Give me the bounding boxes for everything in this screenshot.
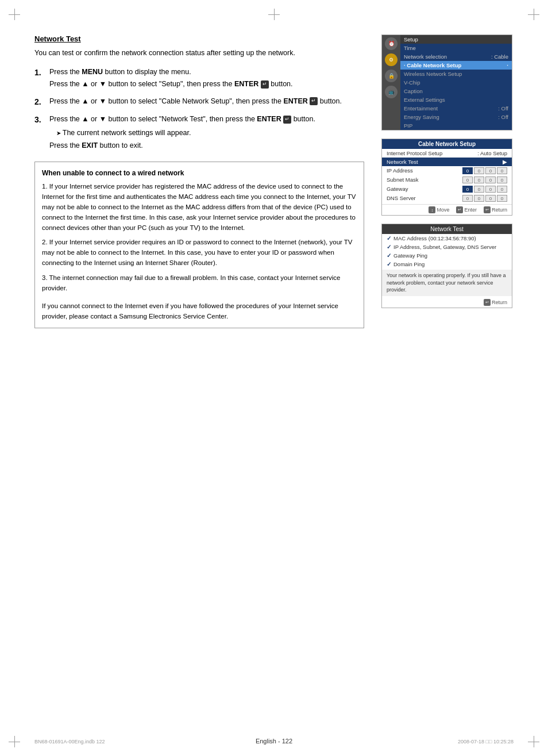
step-2-content: Press the ▲ or ▼ button to select "Cable… (49, 96, 364, 109)
lock-icon: 🔒 (385, 70, 398, 82)
cable-row-dns: DNS Server 0 0 0 0 (382, 194, 512, 203)
network-test-item-2: ✓ IP Address, Subnet, Gateway, DNS Serve… (382, 243, 512, 251)
return-btn: ↩ Return (484, 206, 507, 213)
setup-menu-items: Setup Time Network selection : Cable · C… (400, 35, 512, 130)
step-1-content: Press the MENU button to display the men… (49, 67, 364, 90)
return-icon: ↩ (484, 206, 491, 213)
setup-sidebar: ⏰ ⚙ 🔒 📺 (382, 35, 400, 130)
gateway-box-4: 0 (497, 186, 507, 193)
menu-item-caption: Caption (400, 87, 512, 95)
subnet-box-3: 0 (485, 176, 496, 183)
step-1-number: 1. (34, 67, 45, 90)
setup-menu-header: Setup (400, 35, 512, 44)
cable-panel-footer: ↕ Move ↵ Enter ↩ Return (382, 204, 512, 215)
setup-menu-panel: ⏰ ⚙ 🔒 📺 Setup Time Network select (381, 34, 512, 131)
menu-item-network-selection: Network selection : Cable (400, 52, 512, 61)
gateway-box-3: 0 (485, 186, 496, 193)
screen-icon: 📺 (385, 86, 398, 98)
cable-network-panel: Cable Network Setup Internet Protocol Se… (381, 139, 512, 216)
enter-btn: ↵ Enter (456, 206, 477, 213)
right-content: ⏰ ⚙ 🔒 📺 Setup Time Network select (381, 34, 514, 328)
footer-left: BN68-01691A-00Eng.indb 122 (34, 739, 105, 745)
nt-return-icon: ↩ (484, 299, 491, 306)
clock-icon: ⏰ (385, 37, 398, 50)
subnet-box-4: 0 (497, 176, 507, 183)
cable-row-subnet: Subnet Mask 0 0 0 0 (382, 175, 512, 185)
subnet-box-1: 0 (462, 176, 473, 183)
cable-panel-title: Cable Network Setup (382, 139, 512, 149)
page: Network Test You can test or confirm the… (0, 0, 548, 756)
dns-box-4: 0 (497, 195, 507, 202)
dns-box-2: 0 (474, 195, 484, 202)
ip-box-3: 0 (485, 167, 496, 174)
step-3-content: Press the ▲ or ▼ button to select "Netwo… (49, 114, 364, 151)
intro-text: You can test or confirm the network conn… (34, 48, 364, 59)
network-test-item-3: ✓ Gateway Ping (382, 251, 512, 260)
warning-item-2: 2. If your Internet service provider req… (42, 237, 357, 268)
cable-row-gateway: Gateway 0 0 0 0 (382, 185, 512, 194)
ip-address-boxes: 0 0 0 0 (462, 167, 507, 174)
move-icon: ↕ (429, 206, 435, 213)
check-icon-2: ✓ (387, 244, 391, 250)
dns-box-1: 0 (462, 195, 473, 202)
enter-icon-3: ↵ (283, 116, 291, 124)
content-area: Network Test You can test or confirm the… (34, 34, 514, 328)
network-test-title: Network Test (382, 224, 512, 234)
menu-item-entertainment: Entertainment : Off (400, 104, 512, 113)
dns-box-3: 0 (485, 195, 496, 202)
enter-icon-2: ↵ (310, 97, 318, 105)
menu-item-vchip: V-Chip (400, 78, 512, 87)
corner-mark-tl (9, 9, 20, 20)
cable-row-protocol: Internet Protocol Setup : Auto Setup (382, 149, 512, 158)
cable-row-ip: IP Address 0 0 0 0 (382, 166, 512, 175)
left-content: Network Test You can test or confirm the… (34, 34, 370, 328)
nt-return-btn: ↩ Return (484, 299, 507, 306)
menu-item-time: Time (400, 44, 512, 52)
subnet-box-2: 0 (474, 176, 484, 183)
menu-item-energy: Energy Saving : Off (400, 113, 512, 121)
cable-row-network-test: Network Test ▶ (382, 158, 512, 166)
warning-item-last: If you cannot connect to the Internet ev… (42, 298, 357, 322)
footer-right: 2008-07-18 □□ 10:25:28 (458, 739, 514, 745)
step-1: 1. Press the MENU button to display the … (34, 67, 364, 90)
menu-item-external: External Settings (400, 95, 512, 104)
network-test-footer: ↩ Return (382, 297, 512, 308)
warning-item-3: 3. The internet connection may fail due … (42, 273, 357, 294)
step-3-main: Press the ▲ or ▼ button to select "Netwo… (49, 114, 364, 125)
step-3-note2: Press the EXIT button to exit. (49, 140, 364, 151)
enter-footer-icon: ↵ (456, 206, 463, 213)
warning-box: When unable to connect to a wired networ… (34, 162, 364, 328)
enter-icon-1: ↵ (261, 80, 269, 89)
menu-item-wireless: Wireless Network Setup (400, 70, 512, 78)
subnet-boxes: 0 0 0 0 (462, 176, 507, 183)
network-test-message: Your network is operating properly. If y… (382, 270, 512, 296)
gateway-boxes: 0 0 0 0 (462, 186, 507, 193)
step-3: 3. Press the ▲ or ▼ button to select "Ne… (34, 114, 364, 151)
footer-center: English - 122 (256, 738, 292, 745)
network-test-panel: Network Test ✓ MAC Address (00:12:34:56:… (381, 224, 512, 308)
step-3-number: 3. (34, 114, 45, 151)
check-icon-4: ✓ (387, 261, 391, 267)
center-mark-top (268, 9, 280, 20)
check-icon-1: ✓ (387, 235, 391, 241)
section-title: Network Test (34, 34, 364, 43)
ip-box-2: 0 (474, 167, 484, 174)
move-btn: ↕ Move (429, 206, 449, 213)
network-test-item-4: ✓ Domain Ping (382, 260, 512, 268)
ip-box-1: 0 (462, 167, 473, 174)
dns-boxes: 0 0 0 0 (462, 195, 507, 202)
step-1-main: Press the MENU button to display the men… (49, 67, 364, 78)
step-1-sub: Press the ▲ or ▼ button to select "Setup… (49, 79, 364, 90)
warning-item-1: 1. If your Internet service provider has… (42, 182, 357, 233)
warning-title: When unable to connect to a wired networ… (42, 168, 357, 179)
step-2-number: 2. (34, 96, 45, 109)
check-icon-3: ✓ (387, 252, 391, 259)
steps-container: 1. Press the MENU button to display the … (34, 67, 364, 151)
gateway-box-2: 0 (474, 186, 484, 193)
menu-item-cable-network-setup: · Cable Network Setup · (400, 61, 512, 70)
step-3-note1: The current network settings will appear… (49, 128, 364, 139)
step-2-main: Press the ▲ or ▼ button to select "Cable… (49, 96, 364, 107)
corner-mark-tr (528, 9, 539, 20)
gateway-box-1: 0 (462, 186, 473, 193)
menu-item-pip: PIP (400, 121, 512, 130)
